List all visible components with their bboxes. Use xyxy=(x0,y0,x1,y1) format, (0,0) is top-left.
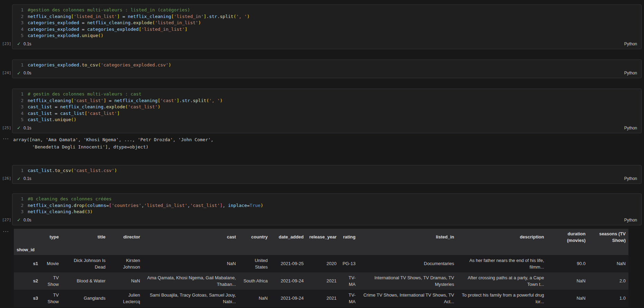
column-header: cast xyxy=(143,229,239,245)
table-cell: Ganglands xyxy=(62,290,108,307)
token-bracket2: [ xyxy=(109,203,112,208)
duration-label: 0.0s xyxy=(24,218,31,223)
column-header: rating xyxy=(339,229,358,245)
output-menu-button[interactable]: ··· xyxy=(3,137,9,140)
language-picker[interactable]: Python xyxy=(624,176,637,181)
code-editor[interactable]: 1# gestin des colonnes multi-valeurs : c… xyxy=(12,91,641,123)
line-number: 1 xyxy=(12,91,24,98)
cell-status-bar: ✓0.1sPython xyxy=(12,174,641,183)
table-cell: NaN xyxy=(588,255,628,272)
token-plain: , xyxy=(223,203,228,208)
row-index: s1 xyxy=(14,255,41,272)
token-plain: = xyxy=(106,98,114,103)
check-icon: ✓ xyxy=(17,176,21,181)
empty-header-cell xyxy=(358,245,457,255)
code-text: # gestin des colonnes multi-valeurs : ca… xyxy=(28,91,141,98)
code-editor[interactable]: 1#8 cleaning des colonnes créées2netflix… xyxy=(12,196,641,215)
token-plain: = xyxy=(52,104,60,109)
code-cell[interactable]: 1# gestin des colonnes multi-valeurs : c… xyxy=(12,89,642,133)
duration-label: 0.1s xyxy=(24,176,31,181)
table-cell: United States xyxy=(239,255,270,272)
code-editor[interactable]: 1categories_exploded.to_csv('categories_… xyxy=(12,62,641,69)
execution-count-label: [26] xyxy=(2,176,11,181)
duration-label: 0.0s xyxy=(24,71,31,75)
language-picker[interactable]: Python xyxy=(624,126,637,130)
token-bracket1: ) xyxy=(198,20,201,25)
row-index: s2 xyxy=(14,272,41,290)
token-variable: cast_list xyxy=(60,111,84,116)
token-variable: netflix_cleaning xyxy=(28,209,71,214)
code-editor[interactable]: 1cast_list.to_csv('cast_list.csv') xyxy=(12,167,641,174)
empty-header-cell xyxy=(339,245,358,255)
line-number: 3 xyxy=(12,104,24,110)
token-bracket1: [ xyxy=(71,14,74,19)
notebook-cell: [23]1#gestion des colonnes multi-valeurs… xyxy=(0,4,644,49)
notebook-cell: [26]1cast_list.to_csv('cast_list.csv')✓0… xyxy=(0,165,644,184)
line-number: 1 xyxy=(12,7,24,13)
code-line: 3cast_list = netflix_cleaning.explode('c… xyxy=(12,104,641,110)
code-line: 2netflix_cleaning.drop(columns=['countri… xyxy=(12,202,641,209)
language-picker[interactable]: Python xyxy=(624,42,637,46)
token-comment: # gestin des colonnes multi-valeurs : ca… xyxy=(28,91,141,97)
token-bracket1: ( xyxy=(152,20,155,25)
table-cell: PG-13 xyxy=(339,255,358,272)
column-header: description xyxy=(457,229,547,245)
table-cell: NaN xyxy=(143,255,239,272)
token-variable: cast_list xyxy=(28,111,52,116)
token-variable: cast_list xyxy=(28,117,52,122)
output-menu-button[interactable]: ··· xyxy=(3,229,9,233)
token-bracket1: ( xyxy=(71,168,74,173)
code-cell[interactable]: 1categories_exploded.to_csv('categories_… xyxy=(12,60,642,79)
token-function: unique xyxy=(55,117,71,122)
token-variable: categories_exploded xyxy=(28,62,79,67)
code-editor[interactable]: 1#gestion des colonnes multi-valeurs : l… xyxy=(12,7,641,39)
token-plain: . xyxy=(179,98,182,103)
dataframe-table: typetitledirectorcastcountrydate_addedre… xyxy=(14,229,628,307)
token-plain: . xyxy=(79,33,82,38)
check-icon: ✓ xyxy=(17,217,21,223)
language-picker[interactable]: Python xyxy=(624,71,637,75)
code-cell[interactable]: 1#8 cleaning des colonnes créées2netflix… xyxy=(12,193,642,225)
table-cell: Sami Bouajila, Tracy Gotoas, Samuel Jouy… xyxy=(143,290,239,307)
notebook-output: ···array([nan, 'Ama Qamata', 'Khosi Ngem… xyxy=(0,136,644,151)
code-cell[interactable]: 1cast_list.to_csv('cast_list.csv')✓0.1sP… xyxy=(12,165,642,184)
token-string: 'listed_in_list' xyxy=(74,14,117,19)
line-number: 5 xyxy=(12,117,24,123)
code-text: #gestion des colonnes multi-valeurs : li… xyxy=(28,7,190,13)
token-string: 'cast_list' xyxy=(190,203,220,208)
column-header: date_added xyxy=(270,229,306,245)
cell-status: ✓0.1s xyxy=(17,176,31,181)
cell-status-bar: ✓0.1sPython xyxy=(12,123,641,133)
code-text: cast_list = cast_list['cast_list'] xyxy=(28,110,120,117)
token-function: explode xyxy=(106,104,125,109)
token-comment: #gestion des colonnes multi-valeurs : li… xyxy=(28,7,190,12)
token-variable: categories_exploded xyxy=(28,20,79,25)
index-name: show_id xyxy=(14,245,41,255)
token-string: 'cast_list' xyxy=(74,98,103,103)
dataframe-output: typetitledirectorcastcountrydate_addedre… xyxy=(14,229,628,307)
token-plain: = xyxy=(247,203,250,208)
token-variable: categories_exploded xyxy=(28,33,79,38)
cell-gutter: ··· xyxy=(0,229,12,307)
check-icon: ✓ xyxy=(17,41,21,46)
execution-count-label: [25] xyxy=(2,126,11,130)
empty-header-cell xyxy=(457,245,547,255)
code-text: categories_exploded.to_csv('categories_e… xyxy=(28,62,171,69)
token-function: drop xyxy=(74,203,84,208)
table-header-row: typetitledirectorcastcountrydate_addedre… xyxy=(14,229,628,245)
check-icon: ✓ xyxy=(17,71,21,76)
line-number: 4 xyxy=(12,110,24,117)
code-line: 1categories_exploded.to_csv('categories_… xyxy=(12,62,641,69)
table-cell: Ama Qamata, Khosi Ngema, Gail Mabalane, … xyxy=(143,272,239,290)
code-line: 1cast_list.to_csv('cast_list.csv') xyxy=(12,167,641,174)
token-variable: netflix_cleaning xyxy=(28,203,71,208)
token-function: split xyxy=(220,14,233,19)
table-cell: 2.0 xyxy=(588,272,628,290)
token-plain: = xyxy=(52,111,60,116)
token-variable: netflix_cleaning xyxy=(87,20,130,25)
token-string: 'listed_in_list' xyxy=(155,20,198,25)
code-cell[interactable]: 1#gestion des colonnes multi-valeurs : l… xyxy=(12,4,642,49)
line-number: 5 xyxy=(12,33,24,39)
language-picker[interactable]: Python xyxy=(624,218,637,223)
token-bracket1: ) xyxy=(114,168,117,173)
